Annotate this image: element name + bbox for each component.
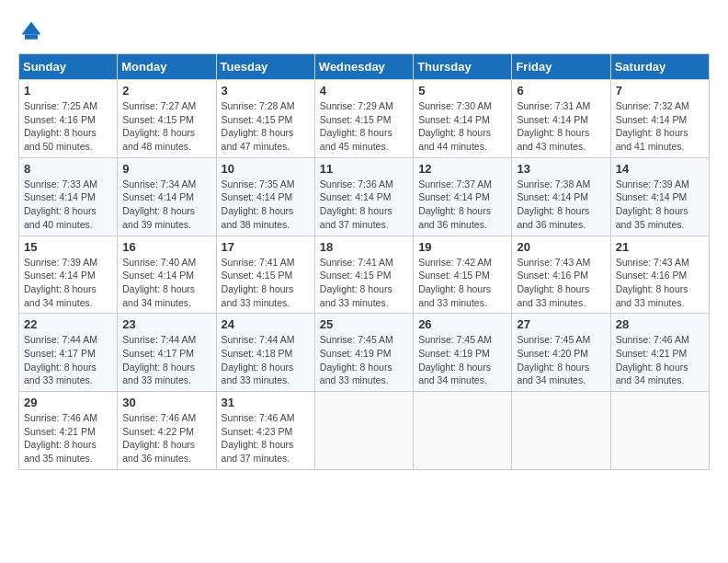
day-number: 12 xyxy=(418,162,506,176)
day-detail: Sunrise: 7:39 AMSunset: 4:14 PMDaylight:… xyxy=(24,257,97,308)
day-detail: Sunrise: 7:43 AMSunset: 4:16 PMDaylight:… xyxy=(517,257,590,308)
day-number: 2 xyxy=(122,84,210,98)
logo xyxy=(18,18,48,44)
weekday-header-monday: Monday xyxy=(118,54,216,80)
day-detail: Sunrise: 7:43 AMSunset: 4:16 PMDaylight:… xyxy=(616,257,689,308)
day-cell: 21 Sunrise: 7:43 AMSunset: 4:16 PMDaylig… xyxy=(610,236,709,314)
day-detail: Sunrise: 7:36 AMSunset: 4:14 PMDaylight:… xyxy=(320,178,393,230)
day-detail: Sunrise: 7:41 AMSunset: 4:15 PMDaylight:… xyxy=(222,257,295,308)
day-number: 10 xyxy=(222,162,310,176)
day-cell: 16 Sunrise: 7:40 AMSunset: 4:14 PMDaylig… xyxy=(118,236,216,314)
day-cell: 29 Sunrise: 7:46 AMSunset: 4:21 PMDaylig… xyxy=(19,392,118,470)
day-detail: Sunrise: 7:25 AMSunset: 4:16 PMDaylight:… xyxy=(24,100,97,152)
day-number: 17 xyxy=(222,240,310,254)
day-cell: 27 Sunrise: 7:45 AMSunset: 4:20 PMDaylig… xyxy=(512,314,610,392)
day-cell: 31 Sunrise: 7:46 AMSunset: 4:23 PMDaylig… xyxy=(216,392,314,470)
day-detail: Sunrise: 7:27 AMSunset: 4:15 PMDaylight:… xyxy=(122,100,196,152)
day-number: 22 xyxy=(24,317,112,331)
day-cell: 20 Sunrise: 7:43 AMSunset: 4:16 PMDaylig… xyxy=(512,236,610,314)
day-cell: 26 Sunrise: 7:45 AMSunset: 4:19 PMDaylig… xyxy=(414,314,512,392)
day-cell: 1 Sunrise: 7:25 AMSunset: 4:16 PMDayligh… xyxy=(19,80,118,158)
header xyxy=(18,18,710,44)
day-cell: 30 Sunrise: 7:46 AMSunset: 4:22 PMDaylig… xyxy=(118,392,216,470)
day-detail: Sunrise: 7:46 AMSunset: 4:21 PMDaylight:… xyxy=(24,412,97,464)
day-number: 27 xyxy=(517,317,605,331)
day-cell: 23 Sunrise: 7:44 AMSunset: 4:17 PMDaylig… xyxy=(118,314,216,392)
day-detail: Sunrise: 7:46 AMSunset: 4:22 PMDaylight:… xyxy=(122,412,196,464)
day-number: 23 xyxy=(122,317,210,331)
day-number: 9 xyxy=(122,162,210,176)
day-cell: 19 Sunrise: 7:42 AMSunset: 4:15 PMDaylig… xyxy=(414,236,512,314)
day-number: 15 xyxy=(24,240,112,254)
day-number: 18 xyxy=(320,240,408,254)
day-cell: 15 Sunrise: 7:39 AMSunset: 4:14 PMDaylig… xyxy=(19,236,118,314)
day-number: 11 xyxy=(320,162,408,176)
day-cell: 4 Sunrise: 7:29 AMSunset: 4:15 PMDayligh… xyxy=(314,80,413,158)
day-number: 7 xyxy=(616,84,704,98)
day-number: 1 xyxy=(24,84,112,98)
logo-icon xyxy=(18,18,44,44)
day-number: 16 xyxy=(122,240,210,254)
day-number: 30 xyxy=(122,396,210,409)
day-detail: Sunrise: 7:34 AMSunset: 4:14 PMDaylight:… xyxy=(122,178,196,230)
day-detail: Sunrise: 7:44 AMSunset: 4:17 PMDaylight:… xyxy=(24,334,97,385)
week-row-2: 8 Sunrise: 7:33 AMSunset: 4:14 PMDayligh… xyxy=(19,157,710,236)
day-cell xyxy=(314,392,413,470)
day-detail: Sunrise: 7:42 AMSunset: 4:15 PMDaylight:… xyxy=(418,257,492,308)
day-number: 5 xyxy=(418,84,506,98)
week-row-5: 29 Sunrise: 7:46 AMSunset: 4:21 PMDaylig… xyxy=(19,392,710,470)
day-number: 3 xyxy=(222,84,310,98)
day-number: 24 xyxy=(222,317,310,331)
day-cell: 13 Sunrise: 7:38 AMSunset: 4:14 PMDaylig… xyxy=(512,157,610,236)
day-cell: 22 Sunrise: 7:44 AMSunset: 4:17 PMDaylig… xyxy=(19,314,118,392)
day-detail: Sunrise: 7:41 AMSunset: 4:15 PMDaylight:… xyxy=(320,257,393,308)
day-number: 26 xyxy=(418,317,506,331)
day-number: 29 xyxy=(24,396,112,409)
svg-rect-1 xyxy=(25,35,38,40)
day-number: 31 xyxy=(222,396,310,409)
day-cell: 9 Sunrise: 7:34 AMSunset: 4:14 PMDayligh… xyxy=(118,157,216,236)
day-cell: 3 Sunrise: 7:28 AMSunset: 4:15 PMDayligh… xyxy=(216,80,314,158)
day-cell: 11 Sunrise: 7:36 AMSunset: 4:14 PMDaylig… xyxy=(314,157,413,236)
day-cell: 14 Sunrise: 7:39 AMSunset: 4:14 PMDaylig… xyxy=(610,157,709,236)
day-number: 13 xyxy=(517,162,605,176)
day-detail: Sunrise: 7:39 AMSunset: 4:14 PMDaylight:… xyxy=(616,178,689,230)
week-row-4: 22 Sunrise: 7:44 AMSunset: 4:17 PMDaylig… xyxy=(19,314,710,392)
day-number: 25 xyxy=(320,317,408,331)
day-number: 8 xyxy=(24,162,112,176)
day-detail: Sunrise: 7:30 AMSunset: 4:14 PMDaylight:… xyxy=(418,100,492,152)
day-cell: 8 Sunrise: 7:33 AMSunset: 4:14 PMDayligh… xyxy=(19,157,118,236)
svg-marker-0 xyxy=(22,22,41,35)
day-detail: Sunrise: 7:35 AMSunset: 4:14 PMDaylight:… xyxy=(222,178,295,230)
weekday-header-saturday: Saturday xyxy=(610,54,709,80)
weekday-header-wednesday: Wednesday xyxy=(314,54,413,80)
day-number: 28 xyxy=(616,317,704,331)
day-detail: Sunrise: 7:44 AMSunset: 4:18 PMDaylight:… xyxy=(222,334,295,385)
day-detail: Sunrise: 7:38 AMSunset: 4:14 PMDaylight:… xyxy=(517,178,590,230)
day-cell: 7 Sunrise: 7:32 AMSunset: 4:14 PMDayligh… xyxy=(610,80,709,158)
day-number: 20 xyxy=(517,240,605,254)
day-cell: 12 Sunrise: 7:37 AMSunset: 4:14 PMDaylig… xyxy=(414,157,512,236)
day-detail: Sunrise: 7:37 AMSunset: 4:14 PMDaylight:… xyxy=(418,178,492,230)
day-cell: 24 Sunrise: 7:44 AMSunset: 4:18 PMDaylig… xyxy=(216,314,314,392)
day-cell xyxy=(610,392,709,470)
weekday-header-sunday: Sunday xyxy=(19,54,118,80)
weekday-header-friday: Friday xyxy=(512,54,610,80)
day-detail: Sunrise: 7:44 AMSunset: 4:17 PMDaylight:… xyxy=(122,334,196,385)
day-cell: 5 Sunrise: 7:30 AMSunset: 4:14 PMDayligh… xyxy=(414,80,512,158)
day-detail: Sunrise: 7:33 AMSunset: 4:14 PMDaylight:… xyxy=(24,178,97,230)
day-cell: 6 Sunrise: 7:31 AMSunset: 4:14 PMDayligh… xyxy=(512,80,610,158)
day-detail: Sunrise: 7:46 AMSunset: 4:21 PMDaylight:… xyxy=(616,334,689,385)
day-cell: 28 Sunrise: 7:46 AMSunset: 4:21 PMDaylig… xyxy=(610,314,709,392)
day-number: 21 xyxy=(616,240,704,254)
day-number: 14 xyxy=(616,162,704,176)
day-cell: 2 Sunrise: 7:27 AMSunset: 4:15 PMDayligh… xyxy=(118,80,216,158)
day-detail: Sunrise: 7:29 AMSunset: 4:15 PMDaylight:… xyxy=(320,100,393,152)
week-row-1: 1 Sunrise: 7:25 AMSunset: 4:16 PMDayligh… xyxy=(19,80,710,158)
day-number: 6 xyxy=(517,84,605,98)
day-detail: Sunrise: 7:45 AMSunset: 4:20 PMDaylight:… xyxy=(517,334,590,385)
weekday-header-tuesday: Tuesday xyxy=(216,54,314,80)
day-cell: 18 Sunrise: 7:41 AMSunset: 4:15 PMDaylig… xyxy=(314,236,413,314)
weekday-header-thursday: Thursday xyxy=(414,54,512,80)
day-detail: Sunrise: 7:40 AMSunset: 4:14 PMDaylight:… xyxy=(122,257,196,308)
